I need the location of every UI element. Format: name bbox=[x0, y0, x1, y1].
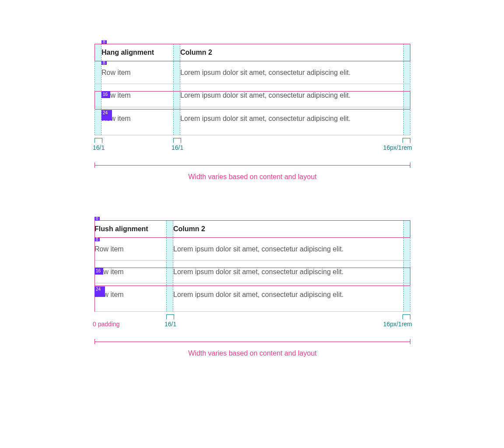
table-row: Row item Lorem ipsum dolor sit amet, con… bbox=[94, 283, 410, 311]
row-col2-text: Lorem ipsum dolor sit amet, consectetur … bbox=[180, 92, 351, 99]
gutter-bracket bbox=[166, 314, 174, 319]
table-cell: Lorem ipsum dolor sit amet, consectetur … bbox=[166, 261, 410, 283]
gutter-label-mid: 16/1 bbox=[172, 144, 183, 151]
header-col2-text: Column 2 bbox=[173, 225, 205, 233]
gutter-bracket bbox=[94, 138, 102, 143]
spacing-chip-8: 8 bbox=[102, 61, 107, 65]
header-col2-text: Column 2 bbox=[180, 49, 212, 56]
flush-left-spine bbox=[94, 220, 95, 312]
table-header-row: Flush alignment Column 2 bbox=[94, 220, 410, 238]
width-dimension bbox=[94, 162, 410, 169]
width-caption: Width varies based on content and layout bbox=[94, 349, 410, 357]
header-col1-text: Flush alignment bbox=[94, 225, 148, 233]
spacing-chip-16: 16 bbox=[94, 268, 103, 275]
row-col2-text: Lorem ipsum dolor sit amet, consectetur … bbox=[180, 69, 351, 76]
gutter-bracket bbox=[402, 314, 410, 319]
table-cell: Row item bbox=[94, 238, 166, 260]
gutter-label-left: 16/1 bbox=[93, 144, 105, 151]
spacing-chip-24: 24 bbox=[94, 286, 105, 297]
row-col2-text: Lorem ipsum dolor sit amet, consectetur … bbox=[180, 115, 351, 122]
width-caption: Width varies based on content and layout bbox=[94, 173, 410, 181]
gutter-annotations: 16/1 16/1 16px/1rem bbox=[94, 138, 410, 149]
table-cell: Lorem ipsum dolor sit amet, consectetur … bbox=[173, 107, 410, 130]
width-dimension bbox=[94, 338, 410, 345]
table-cell: Lorem ipsum dolor sit amet, consectetur … bbox=[173, 84, 410, 106]
gutter-annotations: 0 padding 16/1 16px/1rem bbox=[94, 314, 410, 326]
gutter-label-mid: 16/1 bbox=[164, 321, 176, 328]
row-col1-text: Row item bbox=[94, 245, 124, 253]
spacing-chip-8: 8 bbox=[102, 40, 107, 44]
diagram-page: Hang alignment Column 2 Row item Lorem i… bbox=[0, 0, 504, 423]
figure-flush-alignment: Flush alignment Column 2 Row item Lorem … bbox=[94, 220, 410, 357]
table-row: Row item Lorem ipsum dolor sit amet, con… bbox=[94, 261, 410, 283]
table-cell: Lorem ipsum dolor sit amet, consectetur … bbox=[166, 238, 410, 260]
row-col1-text: Row item bbox=[102, 69, 131, 76]
gutter-label-right: 16px/1rem bbox=[383, 321, 412, 328]
table-cell: Lorem ipsum dolor sit amet, consectetur … bbox=[166, 283, 410, 306]
header-col1-text: Hang alignment bbox=[102, 49, 154, 56]
gutter-label-right: 16px/1rem bbox=[383, 144, 412, 151]
table-cell: Lorem ipsum dolor sit amet, consectetur … bbox=[173, 61, 410, 84]
table-row: Row item Lorem ipsum dolor sit amet, con… bbox=[94, 84, 410, 107]
spacing-chip-8: 8 bbox=[94, 238, 100, 241]
table-cell: Row item bbox=[94, 261, 166, 283]
table-header-cell: Flush alignment bbox=[94, 220, 166, 237]
table-hang: Hang alignment Column 2 Row item Lorem i… bbox=[94, 44, 410, 135]
spacing-chip-8: 8 bbox=[94, 217, 100, 220]
table-cell: Row item bbox=[94, 283, 166, 306]
table-row: Row item Lorem ipsum dolor sit amet, con… bbox=[94, 238, 410, 261]
table-header-cell: Column 2 bbox=[166, 220, 410, 237]
row-col2-text: Lorem ipsum dolor sit amet, consectetur … bbox=[173, 268, 344, 275]
table-header-row: Hang alignment Column 2 bbox=[94, 44, 410, 61]
gutter-bracket bbox=[173, 138, 181, 143]
table-header-cell: Hang alignment bbox=[94, 44, 173, 61]
table-row: Row item Lorem ipsum dolor sit amet, con… bbox=[94, 107, 410, 135]
table-flush: Flush alignment Column 2 Row item Lorem … bbox=[94, 220, 410, 312]
gutter-bracket bbox=[402, 138, 410, 143]
spacing-chip-16: 16 bbox=[102, 91, 110, 98]
table-row: Row item Lorem ipsum dolor sit amet, con… bbox=[94, 61, 410, 84]
spacing-chip-24: 24 bbox=[102, 110, 112, 120]
row-col2-text: Lorem ipsum dolor sit amet, consectetur … bbox=[173, 245, 344, 253]
table-header-cell: Column 2 bbox=[173, 44, 410, 61]
figure-hang-alignment: Hang alignment Column 2 Row item Lorem i… bbox=[94, 44, 410, 181]
gutter-label-left: 0 padding bbox=[93, 321, 120, 328]
row-col2-text: Lorem ipsum dolor sit amet, consectetur … bbox=[173, 291, 344, 298]
